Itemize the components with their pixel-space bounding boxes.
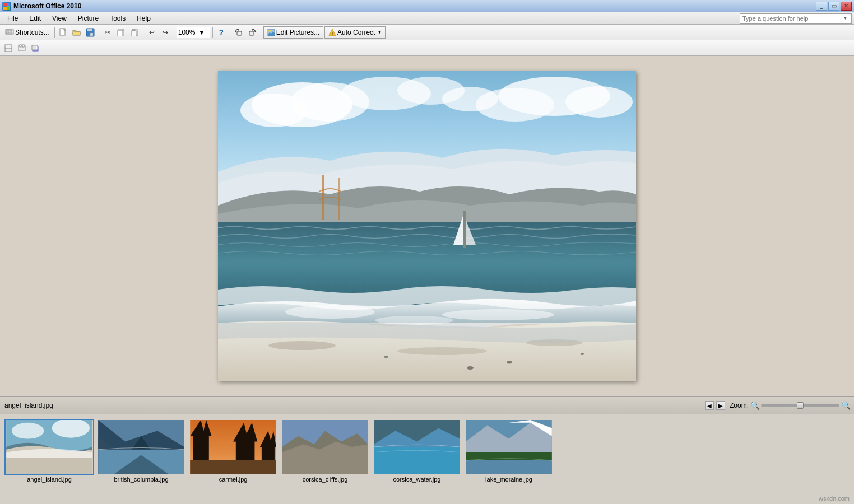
svg-rect-35 <box>22 45 24 47</box>
zoom-in-button[interactable]: 🔍 <box>842 402 850 409</box>
thumb-label-corsica-water: corsica_water.jpg <box>393 476 441 483</box>
next-image-button[interactable]: ▶ <box>716 401 725 410</box>
close-button[interactable]: ✕ <box>841 2 852 11</box>
svg-rect-7 <box>6 32 9 34</box>
svg-rect-23 <box>237 31 242 35</box>
zoom-slider-track <box>761 404 839 407</box>
help-icon: ? <box>219 28 224 37</box>
thumb-label-british-columbia: british_columbia.jpg <box>114 476 168 483</box>
zoom-controls: Zoom: 🔍 🔍 <box>730 402 850 409</box>
tb2-btn2[interactable] <box>16 42 28 54</box>
minimize-button[interactable]: _ <box>816 2 827 11</box>
svg-rect-53 <box>463 211 466 248</box>
menu-picture[interactable]: Picture <box>73 13 104 24</box>
toolbar-row1: Shortcuts... ✂ ↩ ↪ 100% ▼ ? E <box>0 25 854 40</box>
separator-6 <box>230 27 230 38</box>
thumbnail-strip: angel_island.jpg british_columbia.jpg <box>0 414 854 487</box>
redo-button[interactable]: ↪ <box>159 26 171 39</box>
cut-button[interactable]: ✂ <box>101 26 114 39</box>
menu-tools[interactable]: Tools <box>105 13 131 24</box>
zoom-box[interactable]: 100% ▼ <box>177 27 210 38</box>
separator-5 <box>212 27 213 38</box>
menu-edit[interactable]: Edit <box>24 13 46 24</box>
thumb-label-lake-moraine: lake_moraine.jpg <box>485 476 532 483</box>
separator-4 <box>174 27 174 38</box>
separator-2 <box>99 27 99 38</box>
svg-point-62 <box>581 353 584 355</box>
menu-view[interactable]: View <box>47 13 72 24</box>
svg-point-29 <box>268 30 271 32</box>
rotate-right-button[interactable] <box>246 26 258 39</box>
menu-bar: File Edit View Picture Tools Help ▼ <box>0 12 854 25</box>
shortcuts-label: Shortcuts... <box>15 29 49 36</box>
current-filename: angel_island.jpg <box>4 402 700 409</box>
auto-correct-dropdown[interactable]: ▼ <box>377 30 382 35</box>
thumbnail-corsica-cliffs[interactable]: corsica_cliffs.jpg <box>280 419 370 483</box>
svg-point-66 <box>12 423 44 439</box>
menu-file[interactable]: File <box>2 13 23 24</box>
svg-text:!: ! <box>332 31 333 36</box>
save-button[interactable] <box>84 26 96 39</box>
thumb-label-corsica-cliffs: corsica_cliffs.jpg <box>303 476 348 483</box>
zoom-slider-thumb[interactable] <box>797 402 804 409</box>
restore-button[interactable]: ▭ <box>828 2 839 11</box>
thumb-label-angel-island: angel_island.jpg <box>27 476 72 483</box>
main-content <box>0 56 854 396</box>
auto-correct-label: Auto Correct <box>337 29 375 36</box>
thumbnail-british-columbia[interactable]: british_columbia.jpg <box>96 419 186 483</box>
zoom-value: 100% <box>178 29 196 36</box>
svg-rect-79 <box>466 460 552 474</box>
svg-point-56 <box>375 316 453 325</box>
help-search-input[interactable] <box>742 15 842 22</box>
help-search-box[interactable]: ▼ <box>740 13 852 24</box>
zoom-out-button[interactable]: 🔍 <box>751 402 759 409</box>
svg-point-58 <box>397 347 487 355</box>
edit-pictures-label: Edit Pictures... <box>276 29 319 36</box>
auto-correct-button[interactable]: ! Auto Correct ▼ <box>324 26 386 39</box>
svg-rect-5 <box>6 30 9 31</box>
svg-rect-6 <box>10 30 12 31</box>
new-button[interactable] <box>57 26 69 39</box>
tb2-btn3[interactable] <box>29 42 41 54</box>
thumbnail-carmel[interactable]: carmel.jpg <box>188 419 278 483</box>
svg-point-60 <box>384 356 388 358</box>
svg-rect-76 <box>374 447 460 474</box>
copy-button[interactable] <box>115 26 127 39</box>
prev-image-button[interactable]: ◀ <box>705 401 714 410</box>
svg-point-54 <box>285 305 375 319</box>
help-button[interactable]: ? <box>215 26 228 39</box>
svg-point-61 <box>507 361 512 364</box>
thumbnail-corsica-water[interactable]: corsica_water.jpg <box>372 419 462 483</box>
svg-rect-0 <box>3 3 7 6</box>
title-left: Microsoft Office 2010 <box>2 2 81 11</box>
paste-button[interactable] <box>128 26 141 39</box>
toolbar-row2 <box>0 40 854 56</box>
svg-rect-65 <box>6 458 92 474</box>
menu-help[interactable]: Help <box>132 13 156 24</box>
help-dropdown-arrow[interactable]: ▼ <box>842 16 849 21</box>
edit-pictures-button[interactable]: Edit Pictures... <box>263 26 323 39</box>
thumb-label-carmel: carmel.jpg <box>219 476 248 483</box>
svg-rect-15 <box>90 33 93 36</box>
thumbnail-angel-island[interactable]: angel_island.jpg <box>4 419 94 483</box>
auto-correct-icon: ! <box>328 29 336 36</box>
title-controls: _ ▭ ✕ <box>816 2 852 11</box>
thumbnail-lake-moraine[interactable]: lake_moraine.jpg <box>464 419 554 483</box>
shortcuts-button[interactable]: Shortcuts... <box>2 26 52 39</box>
rotate-left-button[interactable] <box>233 26 245 39</box>
separator-7 <box>261 27 261 38</box>
thumb-img-corsica-cliffs <box>280 419 370 475</box>
svg-rect-2 <box>7 6 10 10</box>
undo-button[interactable]: ↩ <box>146 26 158 39</box>
main-scene-svg <box>218 71 636 381</box>
tb2-btn1[interactable] <box>2 42 15 54</box>
watermark: wsxdn.com <box>819 495 850 502</box>
svg-point-49 <box>476 88 554 122</box>
svg-rect-34 <box>20 45 21 47</box>
zoom-dropdown[interactable]: ▼ <box>195 29 208 36</box>
navigation-arrows: ◀ ▶ <box>705 401 725 410</box>
svg-rect-18 <box>118 30 123 36</box>
thumb-img-corsica-water <box>372 419 462 475</box>
svg-rect-8 <box>10 32 12 34</box>
open-button[interactable] <box>71 26 83 39</box>
